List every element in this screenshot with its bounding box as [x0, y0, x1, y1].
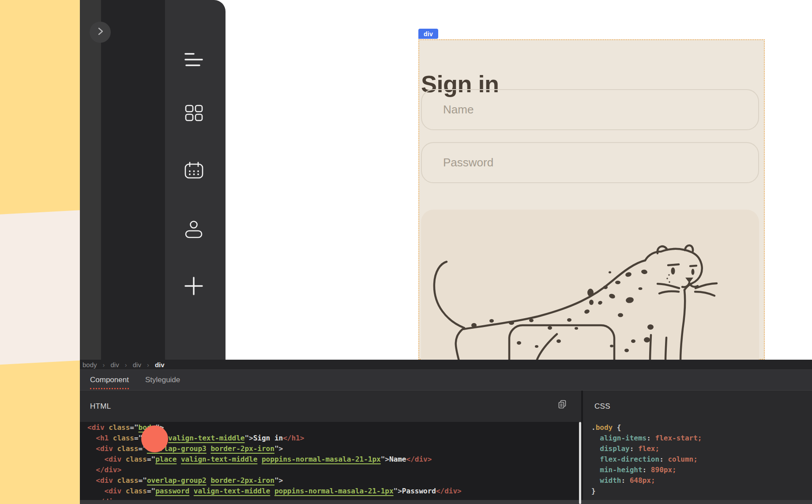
code-line: }: [591, 486, 812, 496]
chevron-separator-icon: ›: [103, 361, 105, 369]
cheetah-illustration: [421, 210, 759, 361]
lines-menu-icon: [184, 50, 203, 69]
tab-styleguide[interactable]: Styleguide: [145, 370, 180, 390]
breadcrumb-item-div-1[interactable]: div: [111, 361, 119, 369]
copy-code-button[interactable]: [558, 400, 567, 409]
sidebar-item-components[interactable]: [184, 103, 203, 123]
code-line: <div class="place valign-text-middle pop…: [87, 454, 581, 465]
css-code-editor[interactable]: .body { align-items: flex-start; display…: [583, 422, 812, 504]
vertical-scrollbar[interactable]: [579, 422, 581, 504]
cursor-highlight-dot: [141, 425, 168, 452]
css-panel-header: CSS: [583, 391, 812, 422]
html-panel-header: HTML: [80, 391, 581, 422]
sidebar: [80, 0, 226, 360]
breadcrumb-item-body[interactable]: body: [83, 361, 97, 369]
profile-icon: [184, 220, 203, 239]
password-input[interactable]: [421, 142, 759, 183]
inspector-content: HTML <div class="body"> <h1 class="title…: [80, 391, 812, 504]
beige-band-shape: [0, 210, 80, 365]
components-grid-icon: [184, 103, 203, 123]
html-panel-title: HTML: [90, 402, 111, 411]
css-panel: CSS .body { align-items: flex-start; dis…: [583, 391, 812, 504]
app-window: div Sign in: [0, 0, 812, 504]
sign-in-component: Sign in: [418, 39, 765, 360]
css-panel-title: CSS: [594, 402, 610, 411]
code-line: display: flex;: [591, 444, 812, 454]
sidebar-item-add[interactable]: [184, 276, 203, 296]
sidebar-item-profile[interactable]: [184, 220, 203, 239]
code-line: </div>: [87, 465, 581, 475]
calendar-icon: [184, 161, 204, 180]
breadcrumb: body › div › div › div: [80, 360, 812, 370]
code-inspector-panel: body › div › div › div Component Stylegu…: [80, 360, 812, 504]
code-line: <div class="password valign-text-middle …: [87, 486, 581, 496]
selection-tag-badge[interactable]: div: [418, 29, 438, 39]
breadcrumb-item-div-2[interactable]: div: [133, 361, 141, 369]
chevron-separator-icon: ›: [147, 361, 149, 369]
code-line: flex-direction: column;: [591, 454, 812, 465]
breadcrumb-item-div-active[interactable]: div: [155, 361, 165, 369]
chevron-separator-icon: ›: [125, 361, 127, 369]
sidebar-inner-panel: [101, 0, 165, 360]
code-line: <div class="overlap-group2 border-2px-ir…: [87, 475, 581, 486]
chevron-right-icon: [90, 22, 110, 43]
horizontal-scrollbar-track[interactable]: [80, 500, 812, 504]
sidebar-item-calendar[interactable]: [184, 161, 203, 180]
add-plus-icon: [184, 276, 203, 296]
code-line: min-height: 890px;: [591, 465, 812, 475]
name-input[interactable]: [421, 89, 759, 130]
code-line: width: 648px;: [591, 475, 812, 486]
sidebar-item-layers[interactable]: [184, 50, 203, 69]
inspector-tab-bar: Component Styleguide: [80, 370, 812, 391]
sidebar-rail: [80, 0, 101, 360]
code-line: align-items: flex-start;: [591, 433, 812, 444]
tab-component[interactable]: Component: [90, 370, 129, 390]
left-decorative-strip: [0, 0, 80, 504]
code-line: .body {: [591, 422, 812, 433]
sidebar-collapse-button[interactable]: [90, 22, 111, 43]
